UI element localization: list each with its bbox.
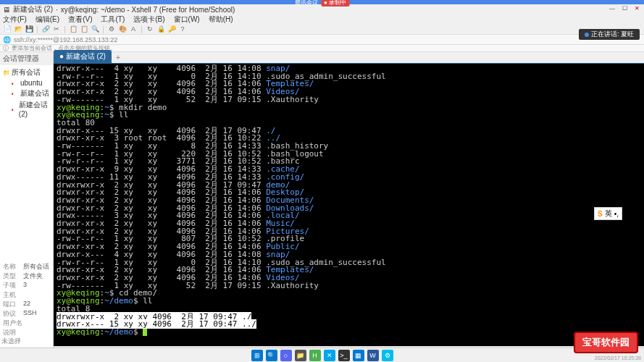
app-icon: 🖥 [3,6,10,13]
taskbar-app[interactable]: 🔍 [266,350,277,361]
cursor [143,329,147,336]
address-bar: 🌐 ssh://xy:******@192.168.253.133:22 [0,35,644,45]
not-selected-label: 未选择 [1,337,21,346]
ime-badge-icon: S [598,210,603,218]
watermark-date: 2022/02/17 10:25:28 [595,355,641,361]
taskbar: ⊞🔍○📁H✕>_▦W⚙ [0,348,644,362]
color-icon[interactable]: 🎨 [118,25,127,34]
prop-row: 子项3 [1,281,52,290]
term-line: xy@keqing:~/demo$ [57,329,641,337]
paste-icon[interactable]: 📋 [80,25,88,34]
tree-item-icon: ▪ [12,106,17,112]
open-icon[interactable]: 📂 [14,25,22,34]
toolbar: 📄 📂 💾 🔗 ✂ 📋 📋 🔍 ⚙ 🎨 A ↻ 🔒 🔑 ? [0,25,644,35]
meeting-name: 腾讯会议 [295,0,318,7]
term-line: xy@keqing:~/demo$ ll [57,298,641,306]
tab-title: 新建会话 (2) [13,4,53,14]
menu-item[interactable]: 选项卡(B) [133,14,164,25]
minimize-button[interactable]: — [606,4,618,13]
tab-bar: ● 新建会话 (2) + [54,52,644,64]
find-icon[interactable]: 🔍 [91,25,99,34]
tree-item-label: 新建会话 [20,88,49,98]
tree-item-label: ubuntu [20,79,43,87]
taskbar-app[interactable]: >_ [338,350,350,361]
taskbar-app[interactable]: ○ [280,350,292,361]
menu-bar: 文件(F)编辑(E)查看(V)工具(T)选项卡(B)窗口(W)帮助(H) [0,14,644,25]
ime-indicator[interactable]: S 英 •, [594,207,622,220]
taskbar-app[interactable]: H [309,350,321,361]
prop-row: 类型文件夹 [1,272,52,281]
prop-row: 主机 [1,290,52,300]
refresh-icon[interactable]: ↻ [146,25,154,34]
tree-item[interactable]: ▪新建会话 (2) [1,99,51,119]
tree-item-icon: ▪ [12,80,19,86]
taskbar-app[interactable]: ⚙ [382,350,393,361]
watermark: 宝哥软件园 [574,332,638,353]
ime-lang: 英 [605,209,612,219]
font-icon[interactable]: A [129,25,138,34]
taskbar-app[interactable]: 📁 [295,350,306,361]
props-icon[interactable]: ⚙ [107,25,116,34]
ime-dots: •, [614,210,619,218]
taskbar-app[interactable]: ⊞ [251,350,263,361]
menu-item[interactable]: 工具(T) [101,14,125,25]
tree-item[interactable]: 📁所有会话 [1,67,51,78]
tree-item[interactable]: ▪新建会话 [1,88,51,99]
close-button[interactable]: ✕ [631,4,643,13]
address-text[interactable]: ssh://xy:******@192.168.253.133:22 [14,36,117,43]
tree-item-icon: ▪ [12,90,19,96]
speaking-indicator: 正在讲话: 夏旺 [579,29,640,40]
menu-item[interactable]: 窗口(W) [174,14,200,25]
session-header: 会话管理器 [0,52,53,65]
session-properties: 名称所有会话类型文件夹子项3主机端口22协议SSH用户名说明 [0,261,54,339]
menu-item[interactable]: 文件(F) [3,14,27,25]
taskbar-app[interactable]: W [367,350,379,361]
menu-item[interactable]: 查看(V) [68,14,92,25]
tree-item-label: 所有会话 [12,67,41,77]
tab-add-button[interactable]: + [112,51,125,63]
tree-item-icon: 📁 [3,70,10,75]
prop-row: 协议SSH [1,309,52,319]
connect-icon[interactable]: 🔗 [41,25,50,34]
term-line: xy@keqing:~$ ll [57,111,641,119]
maximize-button[interactable]: ☐ [619,4,630,13]
menu-item[interactable]: 帮助(H) [209,14,233,25]
prop-row: 端口22 [1,300,52,309]
prop-row: 用户名 [1,319,52,328]
save-icon[interactable]: 💾 [25,25,33,34]
term-line: drwxr-x--- 15 xy xy 4096 2月 17 09:47 ../ [57,321,641,329]
taskbar-app[interactable]: ✕ [324,350,335,361]
new-icon[interactable]: 📄 [3,25,12,34]
tree-item[interactable]: ▪ubuntu [1,78,51,88]
lock-icon[interactable]: 🔒 [156,25,165,34]
key-icon[interactable]: 🔑 [167,25,176,34]
term-line: xy@keqing:~$ mkdir demo [57,104,641,112]
menu-item[interactable]: 编辑(E) [35,14,59,25]
prop-row: 名称所有会话 [1,262,52,272]
copy-icon[interactable]: 📋 [69,25,78,34]
tree-item-label: 新建会话 (2) [19,100,50,118]
help-icon[interactable]: ? [178,25,187,34]
taskbar-app[interactable]: ▦ [353,350,364,361]
disconnect-icon[interactable]: ✂ [52,25,61,34]
terminal[interactable]: drwxr-x--- 4 xy xy 4096 2月 16 14:08 snap… [54,64,644,346]
window-title: xy@keqing: ~/demo - Xshell 7 (Free for H… [61,6,235,14]
tab-active[interactable]: ● 新建会话 (2) [54,50,112,63]
recording-indicator: ● 录制中 [321,0,349,7]
session-tree: 📁所有会话▪ubuntu▪新建会话▪新建会话 (2) [0,65,53,120]
